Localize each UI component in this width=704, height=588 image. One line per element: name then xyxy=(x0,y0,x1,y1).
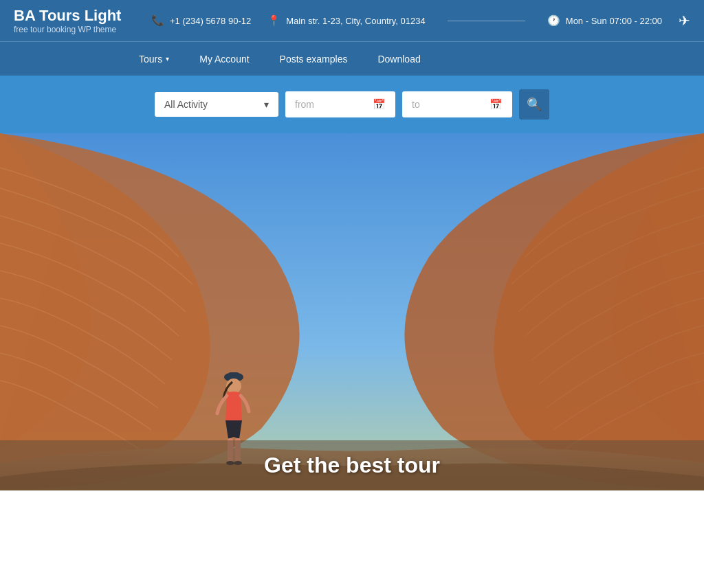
to-calendar-icon: 📅 xyxy=(490,98,503,111)
activity-label: All Activity xyxy=(164,99,208,110)
nav-bar: Tours ▾ My Account Posts examples Downlo… xyxy=(0,41,704,76)
nav-my-account-label: My Account xyxy=(199,54,249,65)
logo-title: BA Tours Light xyxy=(14,7,124,25)
divider xyxy=(448,21,525,21)
plane-icon: ✈ xyxy=(679,12,690,29)
nav-download-label: Download xyxy=(377,54,420,65)
top-bar: BA Tours Light free tour booking WP them… xyxy=(0,0,704,41)
nav-download[interactable]: Download xyxy=(362,43,435,75)
from-date-input[interactable]: from 📅 xyxy=(285,91,395,117)
nav-posts-examples[interactable]: Posts examples xyxy=(265,43,363,75)
top-contact: 📞 +1 (234) 5678 90-12 📍 Main str. 1-23, … xyxy=(151,12,690,29)
nav-my-account[interactable]: My Account xyxy=(184,43,264,75)
to-date-input[interactable]: to 📅 xyxy=(402,91,512,117)
from-placeholder: from xyxy=(295,99,314,110)
phone-icon: 📞 xyxy=(151,14,164,27)
location-icon: 📍 xyxy=(267,14,280,27)
search-bar: All Activity ▾ from 📅 to 📅 🔍 xyxy=(0,76,704,133)
logo: BA Tours Light free tour booking WP them… xyxy=(14,7,124,34)
hero-tagline: Get the best tour xyxy=(21,453,683,478)
hours-text: Mon - Sun 07:00 - 22:00 xyxy=(566,16,662,26)
activity-chevron-icon: ▾ xyxy=(264,99,269,110)
activity-dropdown[interactable]: All Activity ▾ xyxy=(155,92,278,117)
hero-rocks xyxy=(0,133,704,490)
address-text: Main str. 1-23, City, Country, 01234 xyxy=(286,16,426,26)
phone-contact: 📞 +1 (234) 5678 90-12 xyxy=(151,14,251,27)
nav-posts-label: Posts examples xyxy=(280,54,348,65)
nav-tours-label: Tours xyxy=(139,54,162,65)
search-icon: 🔍 xyxy=(527,97,542,112)
logo-subtitle: free tour booking WP theme xyxy=(14,25,124,34)
to-placeholder: to xyxy=(412,99,420,110)
nav-tours[interactable]: Tours ▾ xyxy=(124,43,184,75)
clock-icon: 🕐 xyxy=(547,14,560,27)
hero-overlay: Get the best tour xyxy=(0,440,704,490)
from-calendar-icon: 📅 xyxy=(373,98,386,111)
hero-section: Get the best tour xyxy=(0,133,704,490)
chevron-down-icon: ▾ xyxy=(166,55,169,63)
address-contact: 📍 Main str. 1-23, City, Country, 01234 xyxy=(267,14,426,27)
search-button[interactable]: 🔍 xyxy=(519,89,549,120)
hours-contact: 🕐 Mon - Sun 07:00 - 22:00 xyxy=(547,14,662,27)
phone-number: +1 (234) 5678 90-12 xyxy=(170,16,251,26)
